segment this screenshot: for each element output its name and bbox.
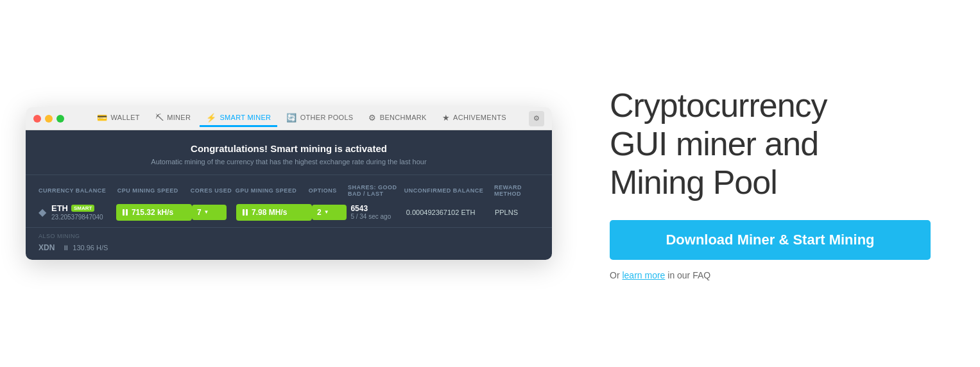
also-mining-speed-value: 130.96 H/S: [73, 244, 108, 252]
faq-suffix: in our FAQ: [665, 270, 710, 280]
header-unconfirmed: UNCONFIRMED BALANCE: [404, 187, 494, 194]
header-cores: CORES USED: [191, 187, 236, 194]
tab-wallet-label: WALLET: [110, 114, 139, 121]
close-button[interactable]: [33, 115, 41, 123]
also-mining-row: XDN ⏸ 130.96 H/S: [39, 243, 108, 252]
other-pools-icon: 🔄: [286, 113, 297, 123]
tab-smart-miner[interactable]: ⚡ SMART MINER: [200, 110, 277, 127]
minimize-button[interactable]: [45, 115, 53, 123]
app-window: 💳 WALLET ⛏ MINER ⚡ SMART MINER 🔄 OTHER P…: [26, 107, 552, 260]
tab-achievements-label: ACHIVEMENTS: [453, 114, 506, 121]
tab-wallet[interactable]: 💳 WALLET: [90, 110, 146, 127]
options-select[interactable]: 2 ▼: [312, 205, 347, 220]
settings-button[interactable]: ⚙: [529, 111, 544, 126]
header-cpu: CPU MINING SPEED: [117, 187, 191, 194]
shares-bad-last: 5 / 34 sec ago: [350, 213, 406, 220]
gpu-speed-cell: 7.98 MH/s: [236, 204, 312, 221]
currency-label: ETH: [51, 203, 68, 213]
header-options: OPTIONS: [309, 187, 348, 194]
header-shares: SHARES: GOOD BAD / LAST: [348, 184, 404, 197]
left-panel: 💳 WALLET ⛏ MINER ⚡ SMART MINER 🔄 OTHER P…: [0, 88, 578, 279]
table-headers: CURRENCY BALANCE CPU MINING SPEED CORES …: [39, 184, 539, 197]
pause-icon[interactable]: [123, 209, 128, 216]
options-chevron: ▼: [324, 209, 329, 215]
cores-value: 7: [197, 208, 202, 217]
right-panel: Cryptocurrency GUI miner and Mining Pool…: [578, 67, 980, 299]
smart-miner-icon: ⚡: [206, 113, 216, 123]
shares-good: 6543: [350, 204, 406, 213]
gpu-speed-box: 7.98 MH/s: [236, 204, 312, 221]
traffic-lights: [33, 115, 64, 123]
currency-name: ETH SMART: [51, 203, 103, 213]
maximize-button[interactable]: [56, 115, 64, 123]
also-mining-currency: XDN: [39, 243, 55, 252]
cpu-speed-cell: 715.32 kH/s: [116, 204, 192, 221]
title-bar: 💳 WALLET ⛏ MINER ⚡ SMART MINER 🔄 OTHER P…: [26, 107, 552, 130]
tab-miner[interactable]: ⛏ MINER: [149, 110, 197, 127]
options-value: 2: [317, 208, 322, 217]
tab-miner-label: MINER: [167, 114, 191, 121]
currency-balance-value: 23.205379847040: [51, 214, 103, 221]
unconfirmed-cell: 0.000492367102 ETH: [406, 209, 495, 216]
smart-mining-header: Congratulations! Smart mining is activat…: [26, 130, 552, 175]
benchmark-icon: ⚙: [368, 113, 376, 123]
gpu-pause-icon[interactable]: [243, 209, 248, 216]
cores-chevron: ▼: [204, 209, 209, 215]
cores-cell: 7 ▼: [192, 205, 236, 220]
eth-icon: ◆: [39, 206, 46, 218]
faq-line: Or learn more in our FAQ: [610, 270, 948, 280]
currency-cell: ◆ ETH SMART 23.205379847040: [39, 203, 116, 221]
tab-smart-miner-label: SMART MINER: [219, 114, 271, 121]
nav-tabs: 💳 WALLET ⛏ MINER ⚡ SMART MINER 🔄 OTHER P…: [74, 110, 529, 127]
reward-cell: PPLNS: [495, 209, 539, 216]
options-cell: 2 ▼: [312, 205, 350, 220]
also-mining-speed: ⏸ 130.96 H/S: [62, 244, 108, 252]
also-pause-icon: ⏸: [62, 244, 69, 252]
tab-benchmark[interactable]: ⚙ BENCHMARK: [362, 110, 433, 127]
cpu-speed-box: 715.32 kH/s: [116, 204, 192, 221]
mining-table: CURRENCY BALANCE CPU MINING SPEED CORES …: [26, 175, 552, 227]
app-body: Congratulations! Smart mining is activat…: [26, 130, 552, 260]
cpu-speed-value: 715.32 kH/s: [132, 208, 173, 217]
achievements-icon: ★: [442, 113, 450, 123]
gpu-speed-value: 7.98 MH/s: [252, 208, 287, 217]
hero-title-line1: Cryptocurrency: [610, 87, 827, 124]
tab-other-pools-label: OTHER POOLS: [300, 114, 354, 121]
hero-title-line3: Mining Pool: [610, 164, 777, 201]
smart-mining-subtitle: Automatic mining of the currency that ha…: [39, 158, 539, 166]
wallet-icon: 💳: [97, 113, 107, 123]
smart-badge: SMART: [71, 205, 94, 212]
shares-cell: 6543 5 / 34 sec ago: [350, 204, 406, 220]
header-gpu: GPU MINING SPEED: [236, 187, 309, 194]
smart-mining-title: Congratulations! Smart mining is activat…: [39, 143, 539, 154]
download-button[interactable]: Download Miner & Start Mining: [610, 220, 931, 260]
faq-prefix: Or: [610, 270, 622, 280]
hero-title-line2: GUI miner and: [610, 125, 818, 162]
tab-other-pools[interactable]: 🔄 OTHER POOLS: [280, 110, 359, 127]
header-reward: REWARD METHOD: [494, 184, 539, 197]
also-mining-section: ALSO MINING XDN ⏸ 130.96 H/S: [26, 227, 552, 260]
also-mining-label: ALSO MINING: [39, 233, 108, 239]
cores-select[interactable]: 7 ▼: [192, 205, 227, 220]
tab-achievements[interactable]: ★ ACHIVEMENTS: [436, 110, 513, 127]
table-row: ◆ ETH SMART 23.205379847040: [39, 203, 539, 221]
miner-icon: ⛏: [155, 113, 164, 123]
currency-info: ETH SMART 23.205379847040: [51, 203, 103, 221]
header-currency: CURRENCY BALANCE: [39, 187, 117, 194]
tab-benchmark-label: BENCHMARK: [380, 114, 427, 121]
hero-title: Cryptocurrency GUI miner and Mining Pool: [610, 87, 948, 201]
faq-link[interactable]: learn more: [622, 270, 665, 280]
